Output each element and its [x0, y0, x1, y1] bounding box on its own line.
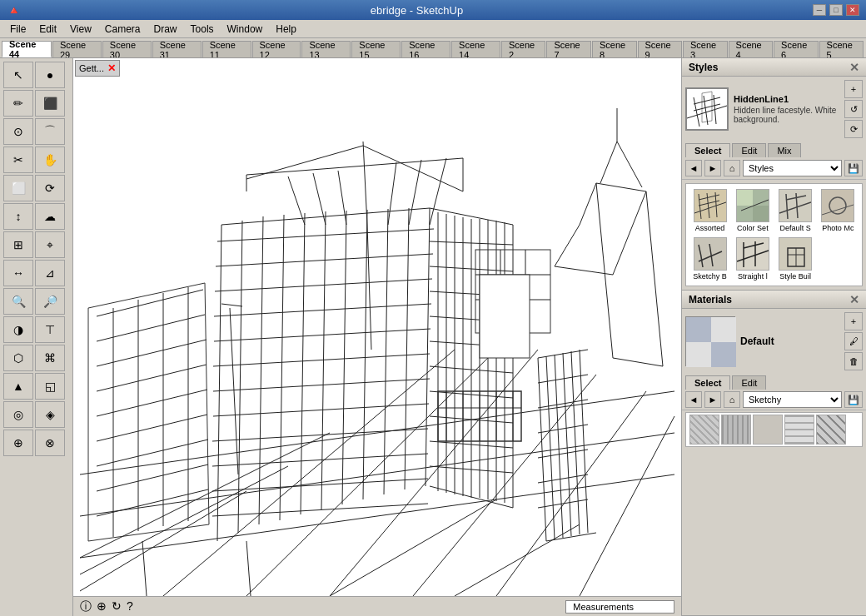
tool-btn-8-0[interactable]: 🔍 — [3, 288, 33, 315]
scene-tab-scene-6[interactable]: Scene 6 — [774, 41, 819, 57]
style-cell-default[interactable]: Default S — [775, 187, 816, 234]
status-icon-3[interactable]: ↻ — [112, 599, 122, 614]
style-refresh-btn[interactable]: ↺ — [844, 100, 863, 118]
tool-btn-1-0[interactable]: ✏ — [3, 90, 33, 117]
tool-btn-8-1[interactable]: 🔎 — [35, 288, 65, 315]
tool-btn-3-0[interactable]: ✂ — [3, 147, 33, 173]
mat-save-btn[interactable]: 💾 — [844, 391, 863, 408]
svg-line-0 — [80, 391, 674, 474]
style-add-btn[interactable]: + — [844, 80, 863, 98]
style-update-btn[interactable]: ⟳ — [844, 120, 863, 138]
svg-line-93 — [80, 433, 330, 558]
tool-btn-6-1[interactable]: ⌖ — [35, 231, 65, 258]
menu-item-camera[interactable]: Camera — [98, 22, 147, 37]
menu-item-view[interactable]: View — [63, 22, 98, 37]
status-icon-4[interactable]: ? — [127, 599, 133, 614]
mat-thumb-2[interactable] — [721, 415, 751, 445]
mat-thumb-4[interactable] — [784, 415, 814, 445]
maximize-button[interactable]: □ — [829, 4, 843, 16]
style-cell-stylebuil[interactable]: Style Buil — [775, 236, 816, 282]
mat-dropdown[interactable]: Sketchy — [743, 391, 842, 408]
material-delete-btn[interactable]: 🗑 — [844, 352, 863, 370]
status-icon-1[interactable]: ⓘ — [80, 599, 92, 614]
scene-tab-scene-9[interactable]: Scene 9 — [638, 41, 683, 57]
tab-mix[interactable]: Mix — [768, 143, 800, 157]
viewport[interactable]: Gett... — [73, 58, 681, 616]
styles-back-btn[interactable]: ◄ — [685, 160, 702, 176]
tool-btn-13-1[interactable]: ⊗ — [35, 430, 65, 456]
tool-btn-13-0[interactable]: ⊕ — [3, 430, 33, 456]
scene-tab-scene-4[interactable]: Scene 4 — [729, 41, 774, 57]
tool-btn-4-0[interactable]: ⬜ — [3, 175, 33, 201]
mat-tab-select[interactable]: Select — [685, 375, 730, 390]
tool-btn-7-1[interactable]: ⊿ — [35, 260, 65, 286]
scene-tab-scene-2[interactable]: Scene 2 — [501, 41, 546, 57]
tool-btn-2-1[interactable]: ⌒ — [35, 118, 65, 145]
menu-item-edit[interactable]: Edit — [32, 22, 63, 37]
tool-btn-1-1[interactable]: ⬛ — [35, 90, 65, 117]
material-sample-btn[interactable]: 🖋 — [844, 332, 863, 350]
tab-edit[interactable]: Edit — [732, 143, 766, 157]
tool-btn-5-1[interactable]: ☁ — [35, 203, 65, 230]
tool-btn-5-0[interactable]: ↕ — [3, 203, 33, 230]
menu-item-draw[interactable]: Draw — [147, 22, 184, 37]
tool-btn-0-1[interactable]: ● — [35, 62, 65, 88]
style-cell-photo[interactable]: Photo Mc — [818, 187, 859, 234]
tool-btn-4-1[interactable]: ⟳ — [35, 175, 65, 201]
scene-tab-scene-31[interactable]: Scene 31 — [152, 41, 202, 57]
mat-tab-edit[interactable]: Edit — [732, 375, 766, 390]
tool-btn-11-1[interactable]: ◱ — [35, 373, 65, 400]
scene-tab-scene-12[interactable]: Scene 12 — [252, 41, 301, 57]
scene-tab-scene-16[interactable]: Scene 16 — [401, 41, 450, 57]
tool-btn-10-0[interactable]: ⬡ — [3, 345, 33, 371]
scene-tab-scene-15[interactable]: Scene 15 — [351, 41, 401, 57]
tool-btn-6-0[interactable]: ⊞ — [3, 231, 33, 258]
scene-tab-scene-44[interactable]: Scene 44 — [2, 41, 52, 57]
mat-home-btn[interactable]: ⌂ — [724, 391, 740, 408]
scene-tab-scene-7[interactable]: Scene 7 — [546, 41, 591, 57]
tool-btn-2-0[interactable]: ⊙ — [3, 118, 33, 145]
tool-btn-3-1[interactable]: ✋ — [35, 147, 65, 173]
menu-item-help[interactable]: Help — [269, 22, 303, 37]
menu-item-tools[interactable]: Tools — [184, 22, 221, 37]
minimize-button[interactable]: ─ — [813, 4, 826, 16]
svg-line-94 — [80, 466, 288, 574]
styles-panel-close[interactable]: ✕ — [849, 61, 859, 74]
scene-tab-scene-29[interactable]: Scene 29 — [52, 41, 102, 57]
style-cell-colorset[interactable]: Color Set — [732, 187, 773, 234]
styles-save-btn[interactable]: 💾 — [844, 160, 863, 176]
mat-back-btn[interactable]: ◄ — [685, 391, 702, 408]
style-cell-straight[interactable]: Straight l — [732, 236, 773, 282]
mat-thumb-3[interactable] — [753, 415, 783, 445]
tool-btn-9-0[interactable]: ◑ — [3, 316, 33, 343]
styles-dropdown[interactable]: Styles — [743, 160, 842, 176]
mat-forward-btn[interactable]: ► — [704, 391, 721, 408]
scene-tab-scene-8[interactable]: Scene 8 — [592, 41, 637, 57]
scene-tab-scene-3[interactable]: Scene 3 — [683, 41, 728, 57]
tool-btn-12-0[interactable]: ◎ — [3, 401, 33, 428]
tool-btn-10-1[interactable]: ⌘ — [35, 345, 65, 371]
status-icon-2[interactable]: ⊕ — [97, 599, 107, 614]
mat-thumb-1[interactable] — [689, 415, 719, 445]
tool-btn-12-1[interactable]: ◈ — [35, 401, 65, 428]
mat-thumb-5[interactable] — [816, 415, 846, 445]
close-button[interactable]: ✕ — [846, 4, 859, 16]
scene-tab-scene-30[interactable]: Scene 30 — [102, 41, 152, 57]
tool-btn-7-0[interactable]: ↔ — [3, 260, 33, 286]
styles-forward-btn[interactable]: ► — [704, 160, 721, 176]
styles-home-btn[interactable]: ⌂ — [724, 160, 740, 176]
menu-item-file[interactable]: File — [3, 22, 32, 37]
scene-tab-scene-5[interactable]: Scene 5 — [819, 41, 864, 57]
tab-select[interactable]: Select — [685, 143, 730, 157]
tool-btn-11-0[interactable]: ▲ — [3, 373, 33, 400]
scene-tab-scene-14[interactable]: Scene 14 — [451, 41, 500, 57]
scene-tab-scene-11[interactable]: Scene 11 — [202, 41, 251, 57]
material-add-btn[interactable]: + — [844, 312, 863, 330]
style-cell-assorted[interactable]: Assorted — [689, 187, 730, 234]
materials-panel-close[interactable]: ✕ — [849, 293, 859, 306]
style-cell-sketchyb[interactable]: Sketchy B — [689, 236, 730, 282]
tool-btn-0-0[interactable]: ↖ — [3, 62, 33, 88]
menu-item-window[interactable]: Window — [221, 22, 270, 37]
tool-btn-9-1[interactable]: ⊤ — [35, 316, 65, 343]
scene-tab-scene-13[interactable]: Scene 13 — [301, 41, 351, 57]
